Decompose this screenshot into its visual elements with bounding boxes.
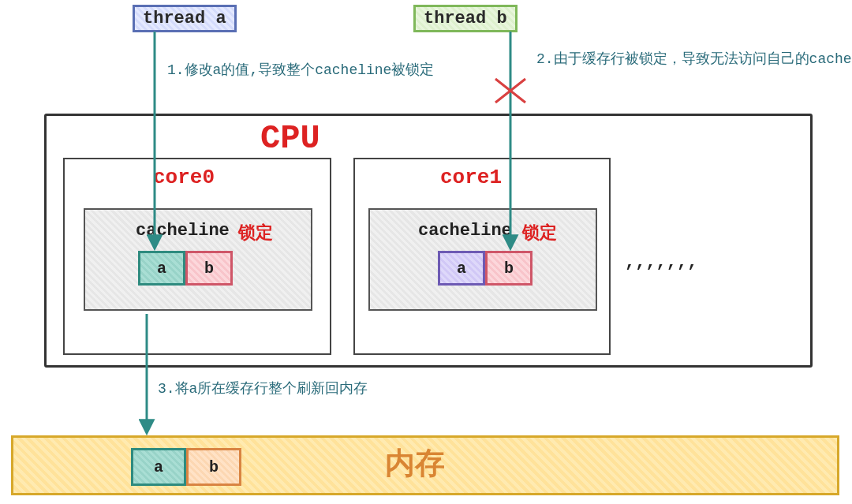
core1-cell-a: a xyxy=(438,251,485,286)
memory-title: 内存 xyxy=(385,443,445,483)
diagram-root: thread a thread b 1.修改a的值,导致整个cacheline被… xyxy=(0,0,852,504)
cores-ellipsis: ,,,,,,, xyxy=(625,252,697,272)
core1-locked-label: 锁定 xyxy=(522,221,557,245)
core1-cacheline-label: cacheline xyxy=(418,221,512,241)
memory-cell-a: a xyxy=(131,448,186,486)
annotation-step1: 1.修改a的值,导致整个cacheline被锁定 xyxy=(167,60,434,79)
svg-line-0 xyxy=(495,79,525,103)
core0-cell-a: a xyxy=(138,251,185,286)
annotation-step2: 2.由于缓存行被锁定，导致无法访问自己的cacheline中b xyxy=(536,49,852,68)
svg-line-1 xyxy=(495,79,525,103)
thread-b-box: thread b xyxy=(413,5,518,32)
core0-cell-b: b xyxy=(185,251,233,286)
core0-cacheline-label: cacheline xyxy=(136,221,230,241)
core1-title: core1 xyxy=(440,166,502,189)
blocked-cross-icon xyxy=(495,79,525,103)
thread-a-box: thread a xyxy=(133,5,237,32)
thread-b-label: thread b xyxy=(424,9,507,28)
core0-locked-label: 锁定 xyxy=(238,221,273,245)
core0-title: core0 xyxy=(153,166,215,189)
memory-cell-b: b xyxy=(186,448,241,486)
annotation-step3: 3.将a所在缓存行整个刷新回内存 xyxy=(158,379,368,398)
cpu-title: CPU xyxy=(260,120,320,158)
core1-cell-b: b xyxy=(485,251,532,286)
thread-a-label: thread a xyxy=(143,9,226,28)
